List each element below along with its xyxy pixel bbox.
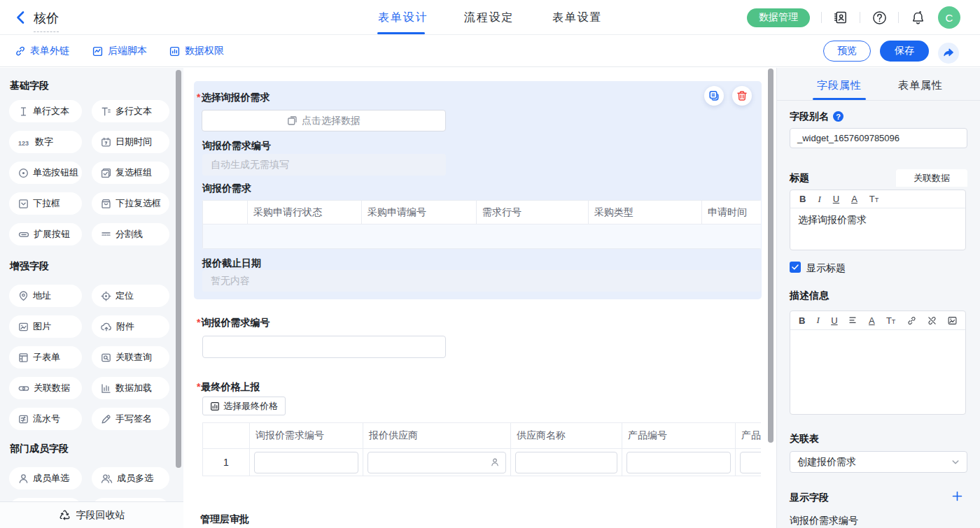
svg-text:123: 123 (18, 139, 29, 146)
